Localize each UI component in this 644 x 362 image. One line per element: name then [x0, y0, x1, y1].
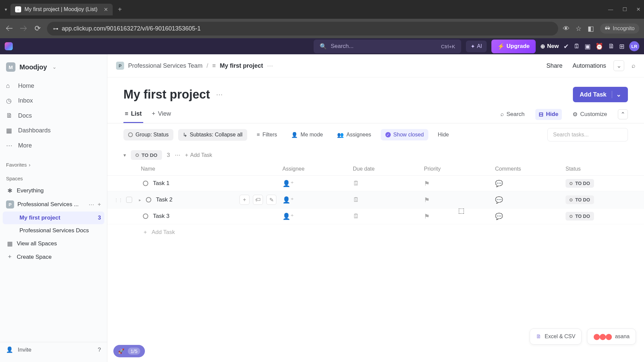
due-date-icon[interactable]: 🗓 [353, 180, 359, 187]
ai-button[interactable]: ✦ AI [466, 41, 487, 52]
forward-icon[interactable]: 🡢 [19, 24, 28, 33]
reload-icon[interactable]: ⟳ [33, 24, 42, 33]
view-tab-list[interactable]: ≡List [123, 106, 143, 123]
drag-handle-icon[interactable]: ⋮⋮ [114, 197, 123, 202]
eye-off-icon[interactable]: 👁 [563, 25, 570, 33]
add-view-button[interactable]: +View [151, 106, 172, 123]
video-icon[interactable]: ▣ [585, 43, 591, 50]
add-task-inline[interactable]: + Add Task [107, 224, 644, 240]
onboarding-progress[interactable]: 🚀 1/5 [113, 345, 145, 357]
app-logo[interactable] [5, 42, 13, 50]
view-hide-button[interactable]: ⊟Hide [535, 109, 562, 120]
col-priority[interactable]: Priority [424, 166, 495, 172]
check-circle-icon[interactable]: ✔ [564, 43, 569, 50]
row-checkbox[interactable] [126, 197, 132, 203]
help-icon[interactable]: ? [98, 347, 101, 353]
nav-docs[interactable]: 🗎Docs [0, 108, 107, 123]
automations-dropdown[interactable]: ⌄ [613, 60, 624, 71]
chip-filters[interactable]: ≡Filters [252, 129, 282, 140]
search-tasks-input[interactable]: Search tasks... [547, 128, 628, 141]
add-task-button[interactable]: Add Task ⌄ [573, 87, 628, 102]
minimize-icon[interactable]: — [608, 6, 613, 12]
nav-home[interactable]: ⌂Home [0, 78, 107, 93]
new-button[interactable]: ⊕ New [540, 43, 559, 50]
assignee-add-icon[interactable]: 👤⁺ [282, 213, 294, 220]
comments-icon[interactable]: 💬 [495, 196, 503, 203]
row-edit-icon[interactable]: ✎ [266, 195, 276, 205]
task-status-icon[interactable] [143, 181, 148, 186]
title-more-icon[interactable]: ⋯ [216, 90, 223, 99]
nav-dashboards[interactable]: ▦Dashboards [0, 123, 107, 138]
task-status-icon[interactable] [143, 214, 148, 219]
task-row[interactable]: Task 3 👤⁺ 🗓 ⚑ 💬 TO DO [107, 208, 644, 224]
invite-button[interactable]: Invite [18, 347, 93, 353]
priority-flag-icon[interactable]: ⚑ [424, 196, 430, 203]
panel-icon[interactable]: ◧ [588, 24, 594, 33]
due-date-icon[interactable]: 🗓 [353, 196, 359, 203]
plus-icon[interactable]: + [98, 201, 101, 208]
tab-menu-icon[interactable]: ▾ [3, 5, 8, 13]
tree-everything[interactable]: ✱Everything [0, 184, 107, 197]
task-name[interactable]: Task 1 [153, 180, 169, 187]
row-tag-icon[interactable]: 🏷 [253, 195, 263, 205]
close-window-icon[interactable]: ✕ [636, 6, 641, 12]
assignee-add-icon[interactable]: 👤⁺ [282, 180, 294, 187]
user-avatar[interactable]: LR [629, 41, 639, 51]
back-icon[interactable]: 🡠 [5, 24, 14, 33]
search-icon[interactable]: ⌕ [632, 62, 635, 69]
workspace-switcher[interactable]: M Moodjoy ⌄ [0, 59, 107, 75]
chip-hide[interactable]: Hide [433, 129, 453, 140]
browser-tab[interactable]: ◆ My first project | Moodjoy (List) ✕ [10, 4, 113, 15]
chip-subtasks[interactable]: ↳Subtasks: Collapse all [178, 129, 247, 141]
breadcrumb-project[interactable]: My first project [220, 62, 263, 69]
col-due-date[interactable]: Due date [353, 166, 424, 172]
row-add-icon[interactable]: + [239, 195, 250, 205]
chevron-down-icon[interactable]: ⌄ [612, 91, 621, 98]
status-pill[interactable]: TO DO [566, 195, 594, 204]
maximize-icon[interactable]: ☐ [623, 6, 627, 12]
tree-create-space[interactable]: +Create Space [0, 250, 107, 263]
nav-inbox[interactable]: ◷Inbox [0, 93, 107, 108]
automations-button[interactable]: Automations [570, 62, 606, 69]
group-status-pill[interactable]: TO DO [131, 150, 162, 160]
alarm-icon[interactable]: ⏰ [595, 43, 603, 50]
task-row[interactable]: ⋮⋮ ▸ Task 2 + 🏷 ✎ 👤⁺ 🗓 ⚑ 💬 TO DO [107, 191, 644, 208]
collapse-icon[interactable]: ⌃ [618, 109, 628, 119]
comments-icon[interactable]: 💬 [495, 180, 503, 187]
more-icon[interactable]: ⋯ [267, 62, 273, 69]
task-row[interactable]: Task 1 👤⁺ 🗓 ⚑ 💬 TO DO [107, 176, 644, 191]
task-name[interactable]: Task 2 [156, 196, 172, 203]
assignee-add-icon[interactable]: 👤⁺ [282, 196, 294, 203]
chip-group[interactable]: Group: Status [123, 129, 173, 140]
chip-show-closed[interactable]: ✓Show closed [381, 129, 429, 140]
view-customize-button[interactable]: ⚙Customize [569, 109, 610, 120]
view-search-button[interactable]: ⌕Search [497, 109, 528, 120]
status-pill[interactable]: TO DO [566, 179, 594, 188]
share-button[interactable]: Share [546, 62, 562, 69]
due-date-icon[interactable]: 🗓 [353, 213, 359, 220]
tree-space-docs[interactable]: Professional Services Docs [0, 224, 107, 237]
col-status[interactable]: Status [566, 166, 628, 172]
chip-assignees[interactable]: 👥Assignees [332, 129, 376, 141]
comments-icon[interactable]: 💬 [495, 213, 503, 220]
tree-space[interactable]: P Professional Services ... ⋯+ [0, 197, 107, 212]
priority-flag-icon[interactable]: ⚑ [424, 213, 430, 220]
new-tab-button[interactable]: + [115, 4, 125, 15]
col-comments[interactable]: Comments [495, 166, 566, 172]
breadcrumb-space[interactable]: Professional Services Team [128, 62, 203, 69]
group-collapse-icon[interactable]: ▾ [123, 152, 126, 158]
star-icon[interactable]: ☆ [576, 24, 582, 33]
site-info-icon[interactable]: ⊶ [53, 25, 58, 32]
nav-more[interactable]: ⋯More [0, 138, 107, 153]
url-input[interactable]: ⊶ app.clickup.com/9016163272/v/l/6-90160… [47, 22, 558, 36]
chip-me-mode[interactable]: 👤Me mode [286, 129, 328, 141]
notepad-icon[interactable]: 🗎 [608, 43, 614, 50]
upgrade-button[interactable]: ⚡ Upgrade [491, 40, 536, 53]
group-add-task-button[interactable]: +Add Task [185, 152, 212, 158]
import-asana-button[interactable]: ⬤⬤⬤ asana [587, 328, 636, 345]
task-status-icon[interactable] [146, 197, 151, 202]
group-more-icon[interactable]: ⋯ [175, 152, 180, 159]
more-icon[interactable]: ⋯ [89, 201, 94, 208]
apps-icon[interactable]: ⊞ [619, 43, 625, 50]
col-name[interactable]: Name [123, 166, 282, 172]
